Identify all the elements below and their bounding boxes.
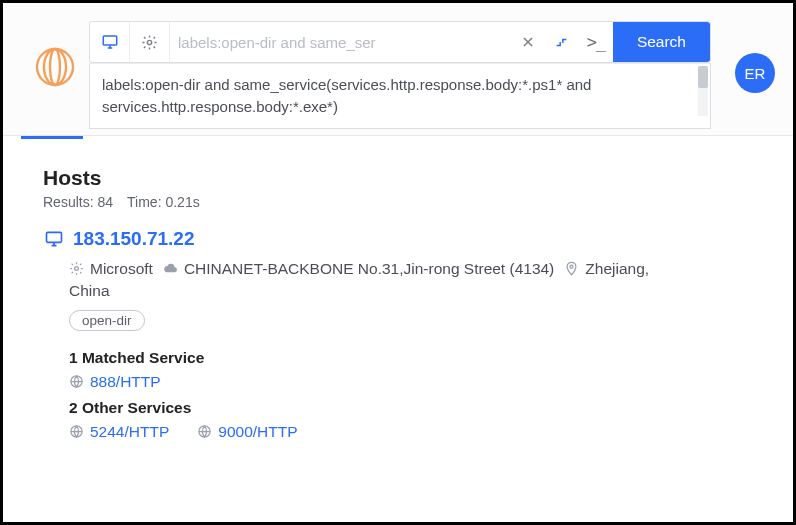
results-time: Time: 0.21s [127,194,200,210]
svg-point-0 [37,49,73,85]
host-meta: Microsoft CHINANET-BACKBONE No.31,Jin-ro… [69,260,753,278]
svg-point-4 [147,40,151,44]
svg-rect-5 [47,232,62,242]
svg-point-1 [44,49,66,85]
host-location-part1: Zhejiang, [564,260,649,278]
results-summary: Results: 84 Time: 0.21s [43,194,753,210]
matched-services-heading: 1 Matched Service [69,349,753,367]
terminal-icon[interactable]: >_ [579,22,613,62]
matched-services-list: 888/HTTP [69,373,753,391]
cloud-icon [163,261,178,276]
results-count: Results: 84 [43,194,113,210]
globe-icon [69,374,84,389]
service-link[interactable]: 9000/HTTP [197,423,297,441]
other-services-list: 5244/HTTP 9000/HTTP [69,423,753,441]
close-icon[interactable] [511,22,545,62]
pin-icon [564,261,579,276]
monitor-icon [43,229,65,249]
host-location-part2: China [69,282,753,300]
results-body: Hosts Results: 84 Time: 0.21s 183.150.71… [3,142,793,441]
query-textarea[interactable]: labels:open-dir and same_service(service… [89,63,711,129]
collapse-icon[interactable] [545,22,579,62]
host-asn: CHINANET-BACKBONE No.31,Jin-rong Street … [163,260,554,278]
search-bar: >_ Search [89,21,711,63]
service-link[interactable]: 5244/HTTP [69,423,169,441]
section-title: Hosts [43,166,753,190]
host-ip-link[interactable]: 183.150.71.22 [43,228,753,250]
gear-icon [69,261,84,276]
host-entry: 183.150.71.22 Microsoft CHINANET-BACKBON… [43,228,753,441]
label-chip[interactable]: open-dir [69,310,145,331]
host-os: Microsoft [69,260,153,278]
brand-logo [21,21,89,89]
scrollbar-thumb[interactable] [698,66,708,88]
service-link[interactable]: 888/HTTP [69,373,161,391]
search-button[interactable]: Search [613,22,710,62]
svg-point-2 [50,49,60,85]
header: >_ Search labels:open-dir and same_servi… [3,3,793,136]
active-tab-indicator [21,136,83,139]
monitor-icon[interactable] [90,22,130,62]
host-ip: 183.150.71.22 [73,228,195,250]
tab-strip [3,136,793,142]
gear-icon[interactable] [130,22,170,62]
search-input[interactable] [170,22,511,62]
other-services-heading: 2 Other Services [69,399,753,417]
svg-point-7 [570,265,573,268]
globe-icon [197,424,212,439]
query-text: labels:open-dir and same_service(service… [102,76,591,115]
svg-rect-3 [103,36,117,45]
avatar[interactable]: ER [735,53,775,93]
globe-icon [69,424,84,439]
search-area: >_ Search labels:open-dir and same_servi… [89,21,711,129]
svg-point-6 [75,267,79,271]
